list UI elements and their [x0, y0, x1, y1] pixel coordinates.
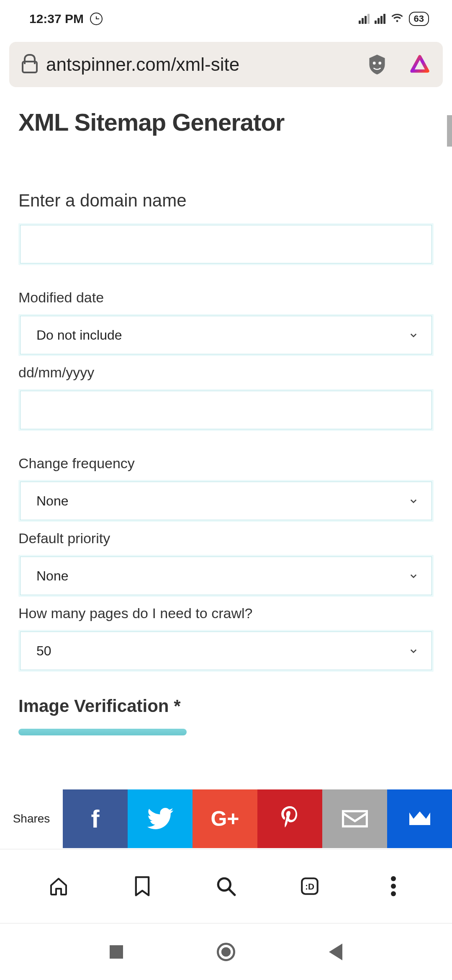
share-twitter-button[interactable]	[128, 789, 193, 848]
page-title: XML Sitemap Generator	[18, 108, 434, 136]
date-input[interactable]	[20, 391, 432, 429]
date-label: dd/mm/yyyy	[18, 364, 434, 381]
system-home-button[interactable]	[217, 943, 235, 961]
svg-point-6	[391, 876, 396, 881]
domain-input[interactable]	[20, 225, 432, 263]
share-pinterest-button[interactable]	[257, 789, 322, 848]
svg-point-7	[391, 884, 396, 889]
modified-label: Modified date	[18, 289, 434, 306]
svg-point-0	[373, 62, 376, 64]
signal-icon-1	[359, 14, 370, 24]
system-nav-bar	[0, 923, 452, 980]
status-bar: 12:37 PM 63	[0, 0, 452, 38]
url-bar[interactable]: antspinner.com/xml-site	[9, 42, 443, 87]
priority-label: Default priority	[18, 530, 434, 547]
tabs-button[interactable]: :D	[299, 876, 320, 897]
search-button[interactable]	[216, 876, 236, 897]
modified-select[interactable]: Do not include	[20, 316, 432, 354]
priority-select[interactable]: None	[20, 557, 432, 595]
domain-label: Enter a domain name	[18, 191, 434, 211]
svg-line-3	[229, 889, 235, 895]
browser-nav-bar: :D	[0, 849, 452, 923]
share-facebook-button[interactable]: f	[63, 789, 128, 848]
captcha-image	[18, 729, 187, 735]
svg-text::D: :D	[305, 882, 314, 891]
share-email-button[interactable]	[322, 789, 387, 848]
wifi-icon	[390, 11, 404, 27]
share-more-button[interactable]	[387, 789, 452, 848]
svg-point-1	[378, 62, 381, 64]
brave-shields-icon[interactable]	[366, 53, 388, 76]
lock-icon	[22, 61, 38, 73]
freq-label: Change frequency	[18, 455, 434, 472]
pages-label: How many pages do I need to crawl?	[18, 605, 434, 622]
menu-button[interactable]	[383, 876, 404, 897]
page-content: XML Sitemap Generator Enter a domain nam…	[0, 88, 452, 848]
shares-label: Shares	[0, 789, 63, 848]
svg-point-8	[391, 891, 396, 896]
recents-button[interactable]	[110, 945, 123, 959]
captcha-label: Image Verification *	[18, 696, 434, 716]
signal-icon-2	[375, 14, 385, 24]
bookmark-button[interactable]	[132, 876, 153, 897]
share-googleplus-button[interactable]: G+	[193, 789, 257, 848]
battery-icon: 63	[409, 12, 429, 26]
freq-select[interactable]: None	[20, 482, 432, 520]
alarm-icon	[90, 13, 103, 25]
url-text: antspinner.com/xml-site	[46, 54, 357, 75]
status-time: 12:37 PM	[29, 12, 84, 26]
brave-logo-icon[interactable]	[409, 54, 430, 75]
pages-select[interactable]: 50	[20, 632, 432, 670]
share-bar: Shares f G+	[0, 789, 452, 848]
home-button[interactable]	[48, 876, 69, 897]
back-button[interactable]	[329, 944, 342, 960]
